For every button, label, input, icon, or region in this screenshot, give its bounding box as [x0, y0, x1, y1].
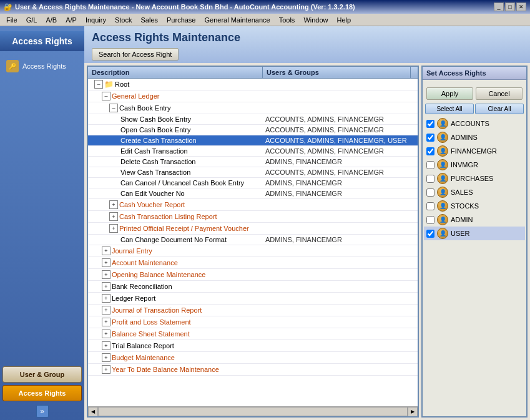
- menu-ab[interactable]: A/B: [42, 16, 61, 24]
- close-button[interactable]: ✕: [516, 2, 526, 11]
- expand-button[interactable]: »: [36, 405, 49, 418]
- rights-item-admins[interactable]: 👤 ADMINS: [424, 130, 525, 144]
- expand-icon[interactable]: +: [102, 353, 110, 362]
- expand-icon[interactable]: +: [102, 294, 110, 303]
- expand-icon[interactable]: +: [102, 270, 110, 279]
- rights-item-purchases[interactable]: 👤 PURCHASES: [424, 172, 525, 185]
- rights-item-admin[interactable]: 👤 ADMIN: [424, 213, 525, 227]
- tree-row[interactable]: Can Change Document No Format ADMINS, FI…: [88, 235, 418, 245]
- checkbox-sales[interactable]: [426, 188, 434, 197]
- tree-row[interactable]: + Year To Date Balance Maintenance: [88, 364, 418, 376]
- expand-icon[interactable]: –: [94, 80, 103, 89]
- expand-icon[interactable]: +: [102, 330, 110, 338]
- maximize-button[interactable]: □: [505, 2, 515, 11]
- rights-item-stocks[interactable]: 👤 STOCKS: [424, 199, 525, 213]
- clear-all-button[interactable]: Clear All: [475, 104, 524, 114]
- tree-label: Can Change Document No Format: [120, 236, 227, 243]
- expand-icon[interactable]: +: [102, 341, 110, 350]
- tree-cell-desc: + Cash Transaction Listing Report: [88, 212, 263, 222]
- select-all-button[interactable]: Select All: [425, 104, 474, 114]
- menu-help[interactable]: Help: [333, 16, 355, 24]
- tree-label: Can Edit Voucher No: [120, 190, 185, 197]
- tree-row[interactable]: + Account Maintenance: [88, 257, 418, 269]
- menu-gl[interactable]: G/L: [22, 16, 41, 24]
- tree-cell-users: [263, 298, 418, 299]
- tree-row[interactable]: – 📁 Root: [88, 79, 418, 90]
- tree-row[interactable]: + Trial Balance Report: [88, 340, 418, 352]
- user-group-button[interactable]: User & Group: [2, 366, 82, 383]
- expand-icon[interactable]: +: [109, 212, 118, 221]
- tree-row[interactable]: + Journal of Transaction Report: [88, 305, 418, 316]
- tree-row[interactable]: + Ledger Report: [88, 293, 418, 305]
- expand-icon[interactable]: +: [109, 200, 118, 209]
- checkbox-admins[interactable]: [426, 134, 434, 142]
- rights-item-sales[interactable]: 👤 SALES: [424, 185, 525, 199]
- checkbox-invmgr[interactable]: [426, 161, 434, 169]
- menu-file[interactable]: File: [2, 16, 21, 24]
- sidebar-item-access-rights[interactable]: 🔑 Access Rights: [2, 57, 82, 75]
- menu-stock[interactable]: Stock: [111, 16, 136, 24]
- tree-row[interactable]: + Bank Reconciliation: [88, 281, 418, 293]
- rights-item-financemgr[interactable]: 👤 FINANCEMGR: [424, 144, 525, 158]
- tree-row[interactable]: + Journal Entry: [88, 245, 418, 257]
- apply-button[interactable]: Apply: [426, 87, 473, 100]
- menu-window[interactable]: Window: [300, 16, 331, 24]
- tree-row[interactable]: + Cash Transaction Listing Report: [88, 211, 418, 223]
- expand-icon[interactable]: –: [102, 92, 110, 100]
- tree-row[interactable]: Edit Cash Transaction ACCOUNTS, ADMINS, …: [88, 146, 418, 157]
- scroll-left-button[interactable]: ◀: [88, 407, 98, 417]
- tree-cell-desc: – Cash Book Entry: [88, 103, 263, 113]
- rights-item-user[interactable]: 👤 USER: [424, 227, 525, 240]
- menu-sales[interactable]: Sales: [137, 16, 162, 24]
- checkbox-stocks[interactable]: [426, 202, 434, 210]
- expand-icon[interactable]: +: [102, 247, 110, 255]
- rights-panel-header: Set Access Rights: [423, 67, 526, 80]
- minimize-button[interactable]: _: [494, 2, 504, 11]
- checkbox-purchases[interactable]: [426, 175, 434, 183]
- tree-row[interactable]: Can Edit Voucher No ADMINS, FINANCEMGR: [88, 188, 418, 199]
- expand-icon[interactable]: +: [109, 224, 118, 233]
- tree-row[interactable]: Open Cash Book Entry ACCOUNTS, ADMINS, F…: [88, 125, 418, 135]
- sidebar-header: Access Rights: [0, 31, 84, 51]
- tree-label: Cash Voucher Report: [119, 201, 185, 208]
- expand-icon[interactable]: +: [102, 282, 110, 291]
- rights-item-accounts[interactable]: 👤 ACCOUNTS: [424, 117, 525, 130]
- tree-row[interactable]: + Printed Official Receipt / Payment Vou…: [88, 223, 418, 235]
- expand-icon[interactable]: +: [102, 318, 110, 326]
- expand-icon[interactable]: +: [102, 258, 110, 267]
- tree-row[interactable]: Can Cancel / Uncancel Cash Book Entry AD…: [88, 178, 418, 188]
- tree-row[interactable]: + Budget Maintenance: [88, 352, 418, 364]
- cancel-button[interactable]: Cancel: [476, 87, 523, 100]
- checkbox-accounts[interactable]: [426, 120, 434, 128]
- tree-row[interactable]: – General Ledger: [88, 90, 418, 102]
- scroll-track[interactable]: [98, 407, 408, 416]
- scroll-right-button[interactable]: ▶: [408, 407, 418, 417]
- checkbox-user[interactable]: [426, 230, 434, 238]
- expand-icon[interactable]: –: [109, 104, 118, 112]
- checkbox-financemgr[interactable]: [426, 147, 434, 155]
- menu-purchase[interactable]: Purchase: [163, 16, 199, 24]
- tree-cell-users: [263, 345, 418, 346]
- tree-row[interactable]: Create Cash Transaction ACCOUNTS, ADMINS…: [88, 135, 418, 146]
- checkbox-admin[interactable]: [426, 216, 434, 224]
- expand-icon[interactable]: +: [102, 365, 110, 374]
- menu-ap[interactable]: A/P: [62, 16, 81, 24]
- access-rights-button[interactable]: Access Rights: [2, 385, 82, 401]
- tree-row[interactable]: View Cash Transaction ACCOUNTS, ADMINS, …: [88, 167, 418, 178]
- tree-row[interactable]: + Opening Balance Maintenance: [88, 269, 418, 281]
- menu-tools[interactable]: Tools: [275, 16, 299, 24]
- rights-item-invmgr[interactable]: 👤 INVMGR: [424, 158, 525, 172]
- main-container: Access Rights 🔑 Access Rights User & Gro…: [0, 26, 530, 420]
- tree-row[interactable]: + Balance Sheet Statement: [88, 328, 418, 340]
- expand-icon[interactable]: +: [102, 306, 110, 315]
- tree-row[interactable]: + Profit and Loss Statement: [88, 316, 418, 328]
- search-for-access-right-button[interactable]: Search for Access Right: [92, 48, 179, 61]
- menu-inquiry[interactable]: Inquiry: [82, 16, 110, 24]
- tree-row[interactable]: Delete Cash Transaction ADMINS, FINANCEM…: [88, 157, 418, 167]
- tree-row[interactable]: + Cash Voucher Report: [88, 199, 418, 211]
- tree-scroll-area[interactable]: – 📁 Root – General Ledger: [88, 79, 418, 406]
- menu-general-maintenance[interactable]: General Maintenance: [201, 16, 274, 24]
- tree-label: Journal of Transaction Report: [112, 306, 202, 314]
- tree-row[interactable]: – Cash Book Entry: [88, 102, 418, 114]
- tree-row[interactable]: Show Cash Book Entry ACCOUNTS, ADMINS, F…: [88, 114, 418, 125]
